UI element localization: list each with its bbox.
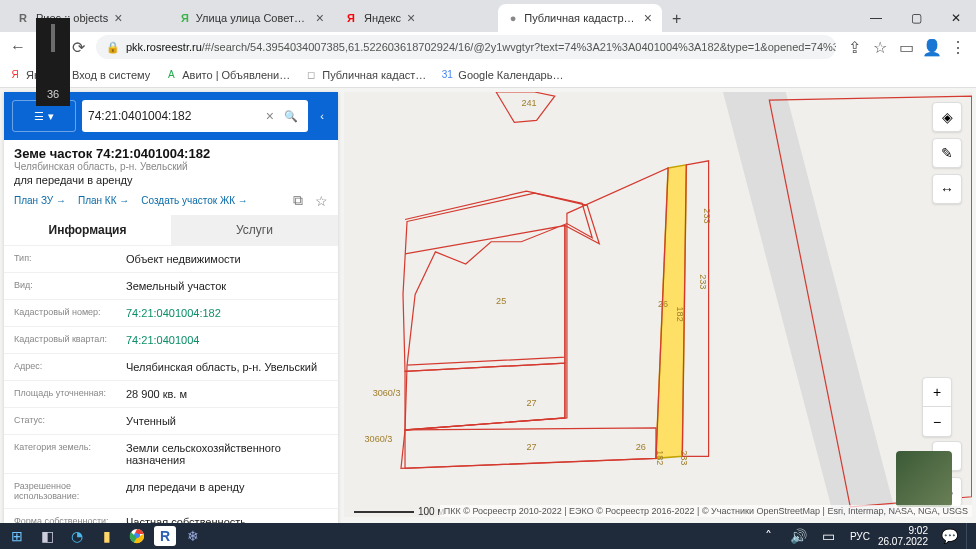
show-desktop[interactable] (966, 523, 972, 549)
bookmark-item[interactable]: AАвито | Объявлени… (164, 68, 290, 82)
parcel-title: Земе часток 74:21:0401004:182 (4, 140, 338, 161)
tab-label: Улица улица Советской Арми… (196, 12, 310, 24)
app-area: 24125261822332332727261822333060/33060/3… (0, 88, 976, 523)
info-row: Тип:Объект недвижимости (4, 245, 338, 272)
profile-avatar[interactable]: 👤 (920, 35, 944, 59)
info-row: Кадастровый номер:74:21:0401004:182 (4, 299, 338, 326)
map-canvas[interactable]: 24125261822332332727261822333060/33060/3… (344, 92, 972, 517)
app-r-icon[interactable]: R (154, 526, 176, 546)
window-minimize-button[interactable]: — (856, 4, 896, 32)
map-svg: 24125261822332332727261822333060/33060/3 (344, 92, 972, 517)
info-value[interactable]: 74:21:0401004 (126, 334, 328, 346)
info-value: Челябинская область, р-н. Увельский (126, 361, 328, 373)
favicon-icon: Я (344, 11, 358, 25)
parcel-label: 26 (636, 442, 646, 452)
browser-tab[interactable]: ЯЯндекс× (334, 4, 498, 32)
layers-button[interactable]: ◈ (932, 102, 962, 132)
close-icon[interactable]: × (316, 10, 324, 26)
info-value[interactable]: 74:21:0401004:182 (126, 307, 328, 319)
clock-date: 26.07.2022 (878, 536, 928, 547)
favicon-icon: ● (508, 11, 518, 25)
tab-label: Яндекс (364, 12, 401, 24)
info-value: Земельный участок (126, 280, 328, 292)
tray-net-icon[interactable]: ▭ (816, 524, 842, 548)
close-icon[interactable]: × (407, 10, 415, 26)
create-zhk-link[interactable]: Создать участок ЖК → (141, 195, 248, 206)
tray-clock[interactable]: 9:02 26.07.2022 (878, 525, 932, 547)
info-label: Адрес: (14, 361, 118, 373)
measure-button[interactable]: ↔ (932, 174, 962, 204)
search-icon[interactable]: 🔍 (280, 110, 302, 123)
bookmark-label: Публичная кадаст… (322, 69, 426, 81)
browser-tab[interactable]: ●Публичная кадастровая карта× (498, 4, 662, 32)
chrome-icon[interactable] (124, 524, 150, 548)
zoom-out-button[interactable]: − (922, 407, 952, 437)
parcel-label: 3060/3 (365, 434, 393, 444)
browser-tab[interactable]: RРиес :: objects× (6, 4, 170, 32)
edge-icon[interactable]: ◔ (64, 524, 90, 548)
copy-icon[interactable]: ⧉ (293, 192, 303, 209)
collapse-panel-button[interactable]: ‹ (314, 110, 330, 122)
bookmark-icon: Я (8, 68, 22, 82)
overlay-handle (51, 24, 55, 52)
taskview-icon[interactable]: ◧ (34, 524, 60, 548)
plan-kk-link[interactable]: План КК → (78, 195, 129, 206)
parcel-label: 182 (655, 450, 665, 465)
overlay-value: 36 (47, 88, 59, 100)
clear-icon[interactable]: × (266, 108, 274, 124)
more-icon[interactable]: ⋮ (946, 35, 970, 59)
start-button[interactable]: ⊞ (4, 524, 30, 548)
explorer-icon[interactable]: ▮ (94, 524, 120, 548)
info-panel: ☰ ▾ × 🔍 ‹ Земе часток 74:21:0401004:182 … (4, 92, 338, 545)
address-input[interactable]: 🔒 pkk.rosreestr.ru/#/search/54.395403400… (96, 35, 836, 59)
windows-taskbar: ⊞ ◧ ◔ ▮ R ❄ ˄ 🔊 ▭ РУС 9:02 26.07.2022 💬 (0, 523, 976, 549)
minimap[interactable] (896, 451, 952, 507)
search-box[interactable]: × 🔍 (82, 100, 308, 132)
lock-icon: 🔒 (106, 41, 120, 54)
url-domain: pkk.rosreestr.ru (126, 41, 202, 53)
favorite-icon[interactable]: ☆ (315, 193, 328, 209)
bookmark-item[interactable]: ◻Публичная кадаст… (304, 68, 426, 82)
browser-tab[interactable]: ЯУлица улица Советской Арми…× (170, 4, 334, 32)
parcel-label: 241 (521, 98, 536, 108)
reader-icon[interactable]: ▭ (894, 35, 918, 59)
tab-info[interactable]: Информация (4, 215, 171, 245)
tray-up-icon[interactable]: ˄ (756, 524, 782, 548)
tab-services[interactable]: Услуги (171, 215, 338, 245)
window-close-button[interactable]: ✕ (936, 4, 976, 32)
bookmark-icon: 31 (440, 68, 454, 82)
parcel-label: 233 (679, 450, 689, 465)
parcel-address-small: Челябинская область, р-н. Увельский (4, 161, 338, 172)
tray-vol-icon[interactable]: 🔊 (786, 524, 812, 548)
info-label: Категория земель: (14, 442, 118, 466)
zoom-in-button[interactable]: + (922, 377, 952, 407)
draw-button[interactable]: ✎ (932, 138, 962, 168)
bookmark-star-icon[interactable]: ☆ (868, 35, 892, 59)
tray-lang[interactable]: РУС (846, 531, 874, 542)
close-icon[interactable]: × (114, 10, 122, 26)
info-row: Категория земель:Земли сельскохозяйствен… (4, 434, 338, 473)
search-input[interactable] (88, 109, 260, 123)
info-row: Вид:Земельный участок (4, 272, 338, 299)
map-attribution: ПКК © Росреестр 2010-2022 | ЕЭКО © Росре… (440, 505, 972, 517)
notifications-icon[interactable]: 💬 (936, 524, 962, 548)
bookmark-icon: A (164, 68, 178, 82)
parcel-label: 27 (526, 442, 536, 452)
info-label: Вид: (14, 280, 118, 292)
share-icon[interactable]: ⇪ (842, 35, 866, 59)
parcel-label: 3060/3 (373, 388, 401, 398)
info-value: Учтенный (126, 415, 328, 427)
close-icon[interactable]: × (644, 10, 652, 26)
new-tab-button[interactable]: + (662, 6, 691, 32)
info-label: Тип: (14, 253, 118, 265)
window-maximize-button[interactable]: ▢ (896, 4, 936, 32)
favicon-icon: R (16, 11, 30, 25)
app-snow-icon[interactable]: ❄ (180, 524, 206, 548)
bookmark-label: Google Календарь… (458, 69, 563, 81)
nav-back-button[interactable]: ← (6, 35, 30, 59)
browser-tab-strip: RРиес :: objects×ЯУлица улица Советской … (0, 0, 976, 32)
plan-zu-link[interactable]: План ЗУ → (14, 195, 66, 206)
bookmark-item[interactable]: 31Google Календарь… (440, 68, 563, 82)
favicon-icon: Я (180, 11, 190, 25)
info-row: Кадастровый квартал:74:21:0401004 (4, 326, 338, 353)
